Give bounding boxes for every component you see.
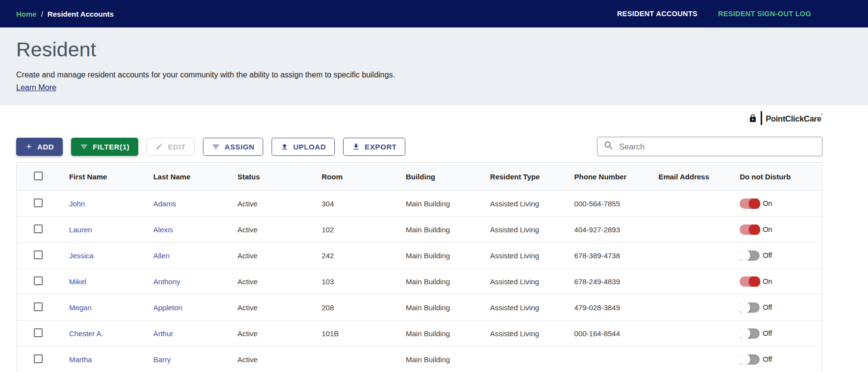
room-cell: 304 bbox=[322, 199, 334, 208]
select-all-checkbox[interactable] bbox=[34, 172, 43, 180]
building-cell: Main Building bbox=[406, 277, 450, 286]
brand-trademark: ’ bbox=[821, 113, 822, 119]
edit-button[interactable]: EDIT bbox=[147, 138, 195, 156]
col-header-first-name: First Name bbox=[69, 173, 153, 181]
do-not-disturb-state: Off bbox=[763, 355, 772, 363]
building-cell: Main Building bbox=[406, 251, 450, 260]
col-header-last-name: Last Name bbox=[153, 173, 238, 181]
download-icon bbox=[352, 143, 360, 151]
first-name-link[interactable]: Lauren bbox=[69, 225, 92, 234]
last-name-link[interactable]: Alexis bbox=[153, 225, 173, 234]
logo-divider bbox=[761, 111, 762, 125]
table-row: Megan Appleton Active 208 Main Building … bbox=[17, 294, 822, 320]
do-not-disturb-state: Off bbox=[763, 251, 772, 259]
upload-button[interactable]: UPLOAD bbox=[272, 138, 335, 156]
room-cell: 242 bbox=[322, 251, 334, 260]
page-header: Resident Create and manage resident acco… bbox=[0, 27, 868, 105]
building-cell: Main Building bbox=[406, 199, 450, 208]
do-not-disturb-state: Off bbox=[763, 303, 772, 311]
last-name-link[interactable]: Appleton bbox=[153, 303, 182, 312]
filter-button[interactable]: FILTER(1) bbox=[71, 138, 138, 156]
room-cell: 103 bbox=[322, 277, 334, 286]
col-header-email-address: Email Address bbox=[658, 173, 740, 181]
do-not-disturb-toggle[interactable] bbox=[740, 302, 760, 313]
row-checkbox[interactable] bbox=[34, 302, 43, 311]
building-cell: Main Building bbox=[406, 225, 450, 234]
status-cell: Active bbox=[237, 277, 257, 286]
resident-type-cell: Assisted Living bbox=[490, 225, 539, 234]
last-name-link[interactable]: Anthony bbox=[153, 277, 180, 286]
table-header-row: First Name Last Name Status Room Buildin… bbox=[17, 163, 822, 190]
col-header-status: Status bbox=[237, 173, 322, 181]
col-header-room: Room bbox=[322, 173, 406, 181]
row-checkbox[interactable] bbox=[34, 224, 43, 233]
lock-icon bbox=[748, 113, 757, 124]
phone-cell: 000-564-7855 bbox=[574, 199, 620, 208]
export-button[interactable]: EXPORT bbox=[343, 138, 405, 156]
phone-cell: 404-927-2893 bbox=[574, 225, 620, 234]
building-cell: Main Building bbox=[406, 329, 450, 338]
status-cell: Active bbox=[237, 251, 257, 260]
do-not-disturb-toggle[interactable] bbox=[740, 224, 760, 235]
search-input[interactable] bbox=[619, 142, 816, 151]
table-row: John Adams Active 304 Main Building Assi… bbox=[17, 190, 822, 216]
col-header-phone-number: Phone Number bbox=[574, 173, 659, 181]
room-cell: 208 bbox=[322, 303, 334, 312]
phone-cell: 000-164-8544 bbox=[574, 329, 620, 338]
col-header-resident-type: Resident Type bbox=[490, 173, 574, 181]
resident-type-cell: Assisted Living bbox=[490, 303, 539, 312]
nav-link-resident-accounts[interactable]: RESIDENT ACCOUNTS bbox=[617, 10, 697, 18]
top-navbar: Home / Resident Accounts RESIDENT ACCOUN… bbox=[0, 0, 868, 27]
col-header-building: Building bbox=[406, 173, 490, 181]
row-checkbox[interactable] bbox=[34, 250, 43, 259]
last-name-link[interactable]: Barry bbox=[153, 355, 171, 364]
do-not-disturb-state: Off bbox=[763, 329, 772, 337]
do-not-disturb-toggle[interactable] bbox=[740, 250, 760, 261]
table-row: Lauren Alexis Active 102 Main Building A… bbox=[17, 216, 822, 242]
toolbar: ADD FILTER(1) EDIT ASSIGN UPLOAD bbox=[16, 137, 822, 156]
first-name-link[interactable]: Mikel bbox=[69, 277, 86, 286]
last-name-link[interactable]: Arthur bbox=[153, 329, 174, 338]
upload-icon bbox=[280, 143, 289, 151]
status-cell: Active bbox=[237, 355, 257, 364]
residents-table: First Name Last Name Status Room Buildin… bbox=[16, 162, 822, 372]
first-name-link[interactable]: John bbox=[69, 199, 85, 208]
table-row: Jessica Allen Active 242 Main Building A… bbox=[17, 242, 822, 268]
table-row: Mikel Anthony Active 103 Main Building A… bbox=[17, 268, 822, 294]
do-not-disturb-state: On bbox=[763, 199, 772, 207]
learn-more-link[interactable]: Learn More bbox=[16, 83, 56, 92]
col-header-do-not-disturb: Do not Disturb bbox=[740, 173, 822, 181]
row-checkbox[interactable] bbox=[34, 198, 43, 207]
do-not-disturb-toggle[interactable] bbox=[740, 354, 760, 365]
assign-button[interactable]: ASSIGN bbox=[203, 138, 263, 156]
row-checkbox[interactable] bbox=[34, 276, 43, 285]
building-cell: Main Building bbox=[406, 303, 450, 312]
row-checkbox[interactable] bbox=[34, 354, 43, 363]
row-checkbox[interactable] bbox=[34, 328, 43, 337]
first-name-link[interactable]: Martha bbox=[69, 355, 92, 364]
breadcrumb-separator: / bbox=[41, 10, 43, 18]
status-cell: Active bbox=[237, 303, 257, 312]
add-button[interactable]: ADD bbox=[16, 138, 63, 156]
first-name-link[interactable]: Jessica bbox=[69, 251, 94, 260]
navbar-links: RESIDENT ACCOUNTS RESIDENT SIGN-OUT LOG bbox=[617, 10, 811, 18]
first-name-link[interactable]: Megan bbox=[69, 303, 92, 312]
last-name-link[interactable]: Allen bbox=[153, 251, 170, 260]
pencil-icon bbox=[155, 143, 163, 150]
breadcrumb-home-link[interactable]: Home bbox=[16, 10, 37, 18]
breadcrumb-current: Resident Accounts bbox=[48, 10, 114, 18]
last-name-link[interactable]: Adams bbox=[153, 199, 176, 208]
do-not-disturb-toggle[interactable] bbox=[740, 198, 760, 209]
table-row: Martha Barry Active Main Building Off bbox=[17, 346, 822, 372]
table-row: Chester A. Arthur Active 101B Main Build… bbox=[17, 320, 822, 346]
room-cell: 101B bbox=[322, 329, 339, 338]
first-name-link[interactable]: Chester A. bbox=[69, 329, 103, 338]
do-not-disturb-toggle[interactable] bbox=[740, 328, 760, 339]
resident-type-cell: Assisted Living bbox=[490, 277, 539, 286]
resident-type-cell: Assisted Living bbox=[490, 251, 539, 260]
do-not-disturb-toggle[interactable] bbox=[740, 276, 760, 287]
phone-cell: 678-389-4738 bbox=[574, 251, 620, 260]
page-title: Resident bbox=[16, 38, 868, 61]
nav-link-resident-sign-out-log[interactable]: RESIDENT SIGN-OUT LOG bbox=[718, 10, 811, 18]
phone-cell: 678-249-4839 bbox=[574, 277, 620, 286]
